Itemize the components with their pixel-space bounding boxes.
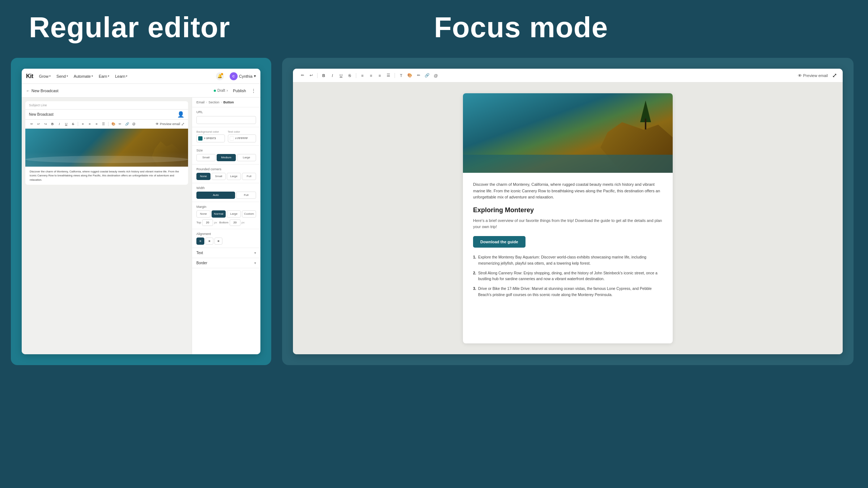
focus-italic-btn[interactable]: I <box>329 72 336 79</box>
list-item-3: Drive or Bike the 17-Mile Drive: Marvel … <box>473 286 663 298</box>
text-color-input[interactable]: # FFFFFF <box>228 134 256 142</box>
toolbar-italic-btn[interactable]: I <box>56 121 62 127</box>
bg-color-input[interactable]: # 0F6973 <box>196 134 225 142</box>
focus-undo-btn[interactable]: ↩ <box>307 72 315 79</box>
toolbar-mention-btn[interactable]: @ <box>131 121 137 127</box>
toolbar-mode-btn[interactable]: ✏ <box>29 121 35 127</box>
rounded-full-btn[interactable]: Full <box>242 173 256 180</box>
margin-normal-btn[interactable]: Normal <box>212 210 226 218</box>
size-medium-btn[interactable]: Medium <box>217 154 236 161</box>
focus-preview-btn[interactable]: 👁 Preview email <box>798 73 828 78</box>
size-label: Size <box>196 149 256 152</box>
rounded-large-btn[interactable]: Large <box>227 173 241 180</box>
margin-large-btn[interactable]: Large <box>227 210 241 218</box>
margin-bottom-unit: px <box>242 221 244 224</box>
toolbar-bar: ← New Broadcast Draft › Publish ⋮ <box>22 84 260 98</box>
nav-item-earn[interactable]: Earn ▾ <box>99 74 109 78</box>
size-small-btn[interactable]: Small <box>196 154 216 161</box>
focus-expand-btn[interactable]: ⤢ <box>832 72 837 79</box>
width-btn-group: Auto Full <box>196 192 256 199</box>
align-left-btn[interactable]: ≡ <box>196 237 204 245</box>
email-toolbar: ✏ ↩ ↪ B I U S ≡ ≡ ≡ ☰ 🎨 ✏ 🔗 @ <box>25 120 188 129</box>
rounded-label: Rounded corners <box>196 167 256 171</box>
focus-type-btn[interactable]: T <box>397 72 405 79</box>
focus-underline-btn[interactable]: U <box>337 72 345 79</box>
focus-email-area: Discover the charm of Monterey, Californ… <box>293 82 843 354</box>
bc-email[interactable]: Email <box>196 100 205 104</box>
cliff-decoration <box>152 141 181 167</box>
margin-custom-btn[interactable]: Custom <box>242 210 256 218</box>
focus-list-btn[interactable]: ☰ <box>385 72 392 79</box>
toolbar-separator-2 <box>108 122 109 126</box>
focus-preview-label: Preview email <box>803 73 828 78</box>
nav-item-send[interactable]: Send ▾ <box>56 74 68 78</box>
width-label: Width <box>196 186 256 190</box>
toolbar-align-left-btn[interactable]: ≡ <box>80 121 86 127</box>
size-large-btn[interactable]: Large <box>237 154 256 161</box>
tree-trunk <box>645 119 646 129</box>
preview-email-btn[interactable]: 👁 Preview email <box>156 122 180 126</box>
width-auto-btn[interactable]: Auto <box>196 192 235 199</box>
nav-item-grow[interactable]: Grow ▾ <box>39 74 51 78</box>
focus-align2-btn[interactable]: ≡ <box>367 72 375 79</box>
toolbar-align-right-btn[interactable]: ≡ <box>94 121 99 127</box>
toolbar-bold-btn[interactable]: B <box>50 121 55 127</box>
toolbar-list-btn[interactable]: ☰ <box>101 121 106 127</box>
align-center-btn[interactable]: ≡ <box>205 237 213 245</box>
email-subject-label: Subject Line <box>25 101 188 110</box>
back-button[interactable]: ← New Broadcast <box>26 89 59 93</box>
toolbar-redo-btn[interactable]: ↪ <box>43 121 48 127</box>
breadcrumb-nav: Email › Section › Button <box>192 98 260 107</box>
url-input[interactable] <box>196 116 256 124</box>
focus-pencil-btn[interactable]: ✏ <box>415 72 422 79</box>
list-item-2: Stroll Along Cannery Row: Enjoy shopping… <box>473 270 663 282</box>
align-right-btn[interactable]: ≡ <box>214 237 222 245</box>
properties-panel: Email › Section › Button URL Background … <box>192 98 260 354</box>
focus-link-btn[interactable]: 🔗 <box>424 72 431 79</box>
toolbar-underline-btn[interactable]: U <box>63 121 69 127</box>
url-label: URL <box>196 110 256 114</box>
download-guide-btn[interactable]: Download the guide <box>473 236 526 248</box>
margin-bottom-input[interactable] <box>230 219 241 226</box>
text-collapse-row[interactable]: Text ▾ <box>192 248 260 258</box>
toolbar-undo-btn[interactable]: ↩ <box>36 121 42 127</box>
margin-none-btn[interactable]: None <box>196 210 210 218</box>
focus-strike-btn[interactable]: S <box>346 72 353 79</box>
notification-bell[interactable]: 🔔 <box>216 72 224 80</box>
text-collapse-icon: ▾ <box>254 251 256 255</box>
preview-icon: 👁 <box>156 122 159 126</box>
margin-bottom-group: Bottom px <box>219 219 244 226</box>
focus-preview-icon: 👁 <box>798 73 802 78</box>
toolbar-link-btn[interactable]: 🔗 <box>124 121 130 127</box>
focus-mode-btn[interactable]: ✏ <box>299 72 306 79</box>
focus-align3-btn[interactable]: ≡ <box>376 72 383 79</box>
url-section: URL <box>192 107 260 127</box>
bc-sep-2: › <box>221 100 222 104</box>
focus-align-btn[interactable]: ≡ <box>359 72 366 79</box>
nav-item-automate[interactable]: Automate ▾ <box>74 74 93 78</box>
rounded-none-btn[interactable]: None <box>196 173 210 180</box>
draft-status-dot <box>214 90 216 92</box>
width-full-btn[interactable]: Full <box>236 192 256 199</box>
email-hero-image <box>25 129 188 167</box>
focus-paint-btn[interactable]: 🎨 <box>406 72 413 79</box>
bc-section[interactable]: Section <box>209 100 220 104</box>
expand-editor-btn[interactable]: ⤢ <box>181 122 184 127</box>
color-row: Background color # 0F6973 Text color <box>196 130 256 142</box>
publish-button[interactable]: Publish <box>230 87 249 94</box>
toolbar-pencil-btn[interactable]: ✏ <box>117 121 123 127</box>
rounded-small-btn[interactable]: Small <box>212 173 226 180</box>
toolbar-strikethrough-btn[interactable]: S <box>70 121 76 127</box>
focus-mention-btn[interactable]: @ <box>432 72 439 79</box>
list-item-1: Explore the Monterey Bay Aquarium: Disco… <box>473 254 663 266</box>
more-options-button[interactable]: ⋮ <box>251 88 256 94</box>
nav-item-learn[interactable]: Learn ▾ <box>115 74 127 78</box>
focus-hero-image <box>463 93 673 173</box>
toolbar-paint-btn[interactable]: 🎨 <box>110 121 116 127</box>
margin-top-input[interactable] <box>202 219 213 226</box>
user-menu[interactable]: C Cynthia ▾ <box>230 72 256 80</box>
bc-button[interactable]: Button <box>224 100 234 104</box>
toolbar-align-center-btn[interactable]: ≡ <box>87 121 93 127</box>
focus-bold-btn[interactable]: B <box>320 72 327 79</box>
border-collapse-row[interactable]: Border ▾ <box>192 258 260 268</box>
